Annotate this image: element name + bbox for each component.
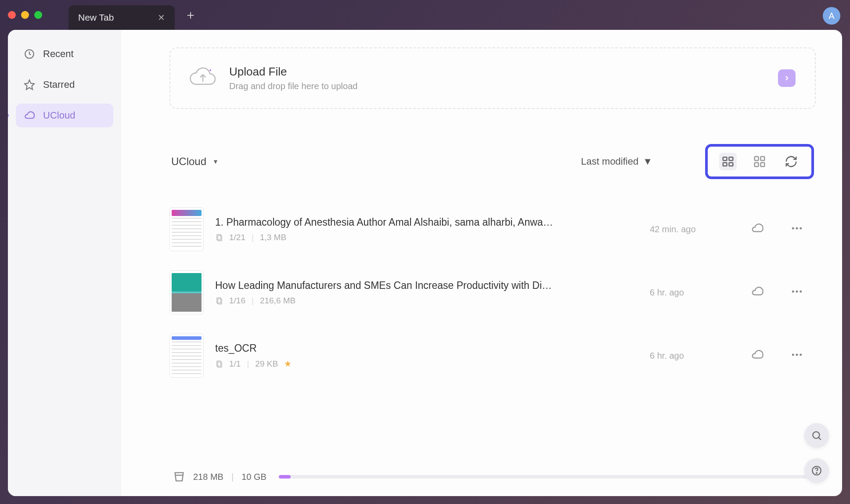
svg-point-25 xyxy=(813,432,819,438)
svg-rect-2 xyxy=(723,157,727,161)
svg-rect-8 xyxy=(755,163,759,167)
storage-progress xyxy=(279,475,812,479)
svg-point-19 xyxy=(800,291,802,293)
file-size: 1,3 MB xyxy=(260,233,286,242)
upload-title: Upload File xyxy=(229,65,765,79)
storage-bar: 218 MB | 10 GB xyxy=(169,462,816,487)
file-pages: 1/16 xyxy=(229,296,245,306)
sidebar-item-ucloud[interactable]: UCloud xyxy=(16,104,113,127)
view-controls-highlight xyxy=(705,144,814,179)
upload-subtitle: Drag and drop file here to upload xyxy=(229,81,765,91)
list-view-button[interactable] xyxy=(719,153,737,170)
svg-rect-3 xyxy=(723,163,727,166)
upload-dropzone[interactable]: Upload File Drag and drop file here to u… xyxy=(169,47,816,109)
new-tab-button[interactable]: ＋ xyxy=(184,7,197,23)
cloud-status-icon xyxy=(751,285,764,300)
search-button[interactable] xyxy=(804,423,829,448)
cloud-upload-icon xyxy=(190,66,216,90)
more-button[interactable] xyxy=(790,348,803,363)
svg-rect-7 xyxy=(761,157,765,161)
svg-point-14 xyxy=(800,227,802,230)
floating-buttons xyxy=(804,423,829,483)
svg-rect-6 xyxy=(755,157,759,161)
svg-rect-4 xyxy=(729,157,733,161)
svg-point-27 xyxy=(816,473,817,474)
tab-new[interactable]: New Tab ✕ xyxy=(68,5,175,30)
svg-point-1 xyxy=(209,69,211,71)
close-tab-icon[interactable]: ✕ xyxy=(158,12,165,23)
file-info: How Leading Manufacturers and SMEs Can I… xyxy=(215,280,638,306)
file-name: 1. Pharmacology of Anesthesia Author Ama… xyxy=(215,216,575,228)
file-info: 1. Pharmacology of Anesthesia Author Ama… xyxy=(215,216,638,242)
svg-point-18 xyxy=(796,291,798,293)
caret-down-icon: ▼ xyxy=(212,158,219,165)
sort-label: Last modified xyxy=(581,156,638,167)
sidebar-item-starred[interactable]: Starred xyxy=(16,73,113,97)
help-button[interactable] xyxy=(804,458,829,483)
svg-point-13 xyxy=(796,227,798,230)
file-row[interactable]: tes_OCR 1/1 | 29 KB ★ 6 hr. ago xyxy=(169,324,803,387)
app-window: Recent Starred UCloud xyxy=(8,30,842,496)
storage-total: 10 GB xyxy=(241,472,267,482)
main-content: Upload File Drag and drop file here to u… xyxy=(121,30,842,496)
tab-label: New Tab xyxy=(78,12,114,23)
file-time: 6 hr. ago xyxy=(650,351,724,361)
upload-expand-button[interactable] xyxy=(778,69,796,87)
file-list: 1. Pharmacology of Anesthesia Author Ama… xyxy=(169,198,816,462)
svg-point-17 xyxy=(792,291,794,293)
file-size: 216,6 MB xyxy=(260,296,295,306)
star-icon xyxy=(24,79,35,90)
close-window-button[interactable] xyxy=(8,11,16,19)
sidebar-item-label: Starred xyxy=(43,79,75,90)
file-meta: 1/16 | 216,6 MB xyxy=(215,296,638,306)
file-pages: 1/1 xyxy=(229,359,241,369)
location-dropdown[interactable]: UCloud ▼ xyxy=(171,155,219,168)
titlebar: New Tab ✕ ＋ A xyxy=(0,0,850,30)
svg-point-12 xyxy=(792,227,794,230)
sidebar-item-recent[interactable]: Recent xyxy=(16,42,113,66)
sidebar-item-label: UCloud xyxy=(43,110,75,121)
caret-down-icon: ▼ xyxy=(643,156,652,167)
sidebar: Recent Starred UCloud xyxy=(8,30,121,496)
toolbar: UCloud ▼ Last modified ▼ xyxy=(169,144,816,179)
file-time: 42 min. ago xyxy=(650,224,724,234)
maximize-window-button[interactable] xyxy=(34,11,42,19)
svg-rect-9 xyxy=(761,163,765,167)
minimize-window-button[interactable] xyxy=(21,11,29,19)
clock-icon xyxy=(24,48,35,60)
file-name: How Leading Manufacturers and SMEs Can I… xyxy=(215,280,575,292)
avatar[interactable]: A xyxy=(823,7,840,25)
sort-dropdown[interactable]: Last modified ▼ xyxy=(581,156,652,167)
pages-icon xyxy=(215,360,223,368)
file-time: 6 hr. ago xyxy=(650,288,724,298)
file-meta: 1/1 | 29 KB ★ xyxy=(215,359,638,369)
file-size: 29 KB xyxy=(255,359,278,369)
svg-point-24 xyxy=(800,354,802,356)
storage-used: 218 MB xyxy=(193,472,223,482)
more-button[interactable] xyxy=(790,222,803,237)
cloud-status-icon xyxy=(751,222,764,237)
svg-point-22 xyxy=(792,354,794,356)
svg-rect-5 xyxy=(729,163,733,166)
file-meta: 1/21 | 1,3 MB xyxy=(215,233,638,242)
file-thumbnail xyxy=(169,334,204,378)
file-row[interactable]: 1. Pharmacology of Anesthesia Author Ama… xyxy=(169,198,803,261)
storage-icon xyxy=(173,471,185,483)
avatar-letter: A xyxy=(828,11,834,21)
refresh-button[interactable] xyxy=(782,153,800,170)
upload-text: Upload File Drag and drop file here to u… xyxy=(229,65,765,91)
storage-progress-fill xyxy=(279,475,291,479)
more-button[interactable] xyxy=(790,285,803,300)
sidebar-item-label: Recent xyxy=(43,48,74,60)
pages-icon xyxy=(215,234,223,241)
file-name: tes_OCR xyxy=(215,342,575,354)
window-controls xyxy=(8,11,42,19)
file-pages: 1/21 xyxy=(229,233,245,242)
location-label: UCloud xyxy=(171,155,206,168)
pages-icon xyxy=(215,297,223,305)
grid-view-button[interactable] xyxy=(751,153,768,170)
svg-point-23 xyxy=(796,354,798,356)
cloud-icon xyxy=(24,110,35,121)
file-info: tes_OCR 1/1 | 29 KB ★ xyxy=(215,342,638,369)
file-row[interactable]: How Leading Manufacturers and SMEs Can I… xyxy=(169,261,803,324)
